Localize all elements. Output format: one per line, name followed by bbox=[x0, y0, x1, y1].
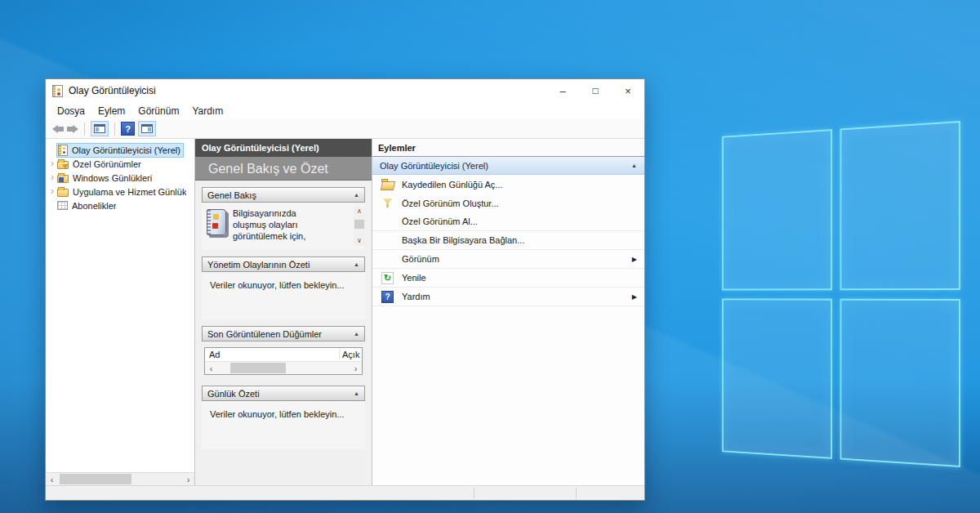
custom-views-folder-icon bbox=[57, 161, 69, 169]
action-open-saved-log[interactable]: Kaydedilen Günlüğü Aç... bbox=[372, 175, 644, 194]
recent-nodes-horizontal-scrollbar[interactable]: ‹ › bbox=[205, 362, 362, 374]
action-help[interactable]: ? Yardım ▶ bbox=[372, 288, 644, 306]
overview-line: Bilgisayarınızda bbox=[233, 207, 352, 219]
back-icon[interactable] bbox=[52, 125, 64, 133]
overview-vertical-scrollbar[interactable]: ∧ ∨ bbox=[354, 207, 365, 246]
section-title: Son Görüntülenen Düğümler bbox=[207, 329, 354, 339]
scrollbar-track[interactable] bbox=[354, 216, 365, 236]
title-bar[interactable]: Olay Görüntüleyicisi – □ × bbox=[46, 79, 644, 102]
overview-panel: Olay Görüntüleyicisi (Yerel) Genel Bakış… bbox=[195, 139, 372, 485]
tree-item-label: Uygulama ve Hizmet Günlük bbox=[73, 187, 186, 197]
scroll-down-icon[interactable]: ∨ bbox=[357, 236, 362, 246]
recent-nodes-table-header: Ad Açık bbox=[205, 348, 362, 362]
section-genel-bakis: Genel Bakış ▲ Bilgisayarınızda oluşmuş o… bbox=[202, 187, 365, 250]
submenu-arrow-icon: ▶ bbox=[632, 256, 637, 263]
scrollbar-thumb[interactable] bbox=[60, 474, 131, 484]
collapse-icon[interactable]: ▲ bbox=[354, 331, 359, 337]
collapse-icon[interactable]: ▲ bbox=[354, 192, 359, 198]
collapse-icon[interactable]: ▲ bbox=[354, 261, 359, 267]
scrollbar-thumb[interactable] bbox=[230, 363, 286, 373]
console-tree-panel: Olay Görüntüleyicisi (Yerel) › Özel Görü… bbox=[46, 139, 195, 485]
actions-panel-title: Eylemler bbox=[372, 139, 644, 157]
action-connect-to-another-computer[interactable]: Başka Bir Bilgisayara Bağlan... bbox=[372, 231, 644, 250]
action-refresh[interactable]: ↻ Yenile bbox=[372, 269, 644, 288]
tree-item-label: Olay Görüntüleyicisi (Yerel) bbox=[72, 145, 180, 155]
overview-panel-title: Olay Görüntüleyicisi (Yerel) bbox=[195, 139, 372, 157]
windows-logo-pane-bottom-left bbox=[722, 298, 831, 459]
action-pane-toggle-icon[interactable] bbox=[138, 121, 156, 136]
expand-chevron-icon[interactable]: › bbox=[47, 171, 57, 185]
back-arrow-head bbox=[52, 125, 58, 133]
scroll-right-icon[interactable]: › bbox=[350, 364, 362, 373]
refresh-glyph: ↻ bbox=[384, 274, 391, 283]
event-viewer-icon bbox=[52, 85, 63, 97]
section-header-genel-bakis[interactable]: Genel Bakış ▲ bbox=[202, 187, 365, 203]
genel-bakis-content: Bilgisayarınızda oluşmuş olayları görünt… bbox=[202, 203, 365, 250]
actions-group-title: Olay Görüntüleyicisi (Yerel) bbox=[380, 161, 631, 171]
section-header-son-dugumler[interactable]: Son Görüntülenen Düğümler ▲ bbox=[202, 326, 365, 341]
windows-logs-folder-icon bbox=[57, 175, 69, 183]
column-header-ad[interactable]: Ad bbox=[205, 350, 339, 359]
scrollbar-track[interactable] bbox=[217, 362, 350, 374]
collapse-icon[interactable]: ▲ bbox=[354, 390, 359, 396]
section-header-gunluk-ozeti[interactable]: Günlük Özeti ▲ bbox=[202, 386, 365, 401]
tree-horizontal-scrollbar[interactable]: ‹ › bbox=[46, 472, 194, 485]
console-tree-toggle-icon[interactable] bbox=[91, 121, 109, 136]
subscriptions-icon bbox=[57, 201, 68, 210]
app-service-logs-folder-icon bbox=[57, 189, 69, 197]
tree-item-subscriptions[interactable]: Abonelikler bbox=[46, 199, 194, 212]
action-label: Kaydedilen Günlüğü Aç... bbox=[402, 180, 637, 190]
windows-logo bbox=[722, 121, 960, 467]
action-label: Görünüm bbox=[402, 254, 632, 264]
tree-item-app-service-logs[interactable]: › Uygulama ve Hizmet Günlük bbox=[46, 185, 194, 199]
action-view[interactable]: Görünüm ▶ bbox=[372, 250, 644, 269]
scroll-up-icon[interactable]: ∧ bbox=[357, 207, 362, 216]
scroll-right-icon[interactable]: › bbox=[182, 475, 194, 484]
section-header-yonetim-olaylari[interactable]: Yönetim Olaylarının Özeti ▲ bbox=[202, 256, 365, 272]
help-icon[interactable]: ? bbox=[121, 122, 135, 136]
collapse-icon[interactable]: ▲ bbox=[631, 163, 637, 168]
scroll-left-icon[interactable]: ‹ bbox=[205, 364, 217, 373]
help-icon: ? bbox=[381, 291, 394, 303]
menu-yardim[interactable]: Yardım bbox=[185, 105, 229, 117]
refresh-icon: ↻ bbox=[381, 272, 394, 284]
tree-item-custom-views[interactable]: › Özel Görünümler bbox=[46, 157, 194, 171]
maximize-button[interactable]: □ bbox=[579, 79, 612, 102]
tree-item-root[interactable]: Olay Görüntüleyicisi (Yerel) bbox=[46, 143, 194, 157]
scrollbar-track[interactable] bbox=[58, 473, 182, 485]
scroll-left-icon[interactable]: ‹ bbox=[46, 475, 58, 484]
section-title: Yönetim Olaylarının Özeti bbox=[207, 260, 354, 270]
section-gunluk-ozeti: Günlük Özeti ▲ Veriler okunuyor, lütfen … bbox=[202, 386, 365, 448]
status-bar-separator bbox=[474, 488, 474, 498]
tree-item-windows-logs[interactable]: › Windows Günlükleri bbox=[46, 171, 194, 185]
scrollbar-thumb[interactable] bbox=[354, 220, 364, 229]
actions-group-header[interactable]: Olay Görüntüleyicisi (Yerel) ▲ bbox=[372, 157, 644, 175]
forward-icon[interactable] bbox=[67, 125, 78, 133]
menu-gorunum[interactable]: Görünüm bbox=[131, 105, 185, 117]
action-import-custom-view[interactable]: Özel Görünüm Al... bbox=[372, 212, 644, 231]
tree-root-selection: Olay Görüntüleyicisi (Yerel) bbox=[57, 144, 183, 157]
minimize-button[interactable]: – bbox=[546, 79, 579, 102]
desktop: Olay Görüntüleyicisi – □ × Dosya Eylem G… bbox=[0, 0, 980, 513]
yonetim-olaylari-content: Veriler okunuyor, lütfen bekleyin... bbox=[202, 272, 365, 319]
menu-dosya[interactable]: Dosya bbox=[51, 105, 91, 117]
overview-description: Bilgisayarınızda oluşmuş olayları görünt… bbox=[226, 207, 352, 246]
section-title: Genel Bakış bbox=[207, 190, 354, 200]
forward-arrow-tail bbox=[67, 127, 73, 132]
tree-item-label: Abonelikler bbox=[72, 201, 116, 211]
recent-nodes-table: Ad Açık ‹ › bbox=[204, 347, 363, 375]
expand-chevron-icon[interactable]: › bbox=[47, 157, 57, 171]
section-yonetim-olaylari: Yönetim Olaylarının Özeti ▲ Veriler okun… bbox=[202, 256, 365, 319]
action-create-custom-view[interactable]: Özel Görünüm Oluştur... bbox=[372, 194, 644, 212]
expand-chevron-icon[interactable]: › bbox=[47, 185, 57, 199]
overview-line: oluşmuş olayları bbox=[233, 219, 352, 230]
event-viewer-icon bbox=[58, 145, 68, 156]
forward-arrow-head bbox=[73, 125, 78, 133]
column-header-acik[interactable]: Açık bbox=[339, 350, 362, 359]
tree-item-label: Windows Günlükleri bbox=[73, 173, 152, 183]
windows-logo-pane-bottom-right bbox=[840, 298, 960, 467]
menu-eylem[interactable]: Eylem bbox=[91, 105, 131, 117]
overview-subtitle: Genel Bakış ve Özet bbox=[195, 157, 372, 181]
submenu-arrow-icon: ▶ bbox=[632, 293, 637, 301]
close-button[interactable]: × bbox=[612, 79, 644, 102]
